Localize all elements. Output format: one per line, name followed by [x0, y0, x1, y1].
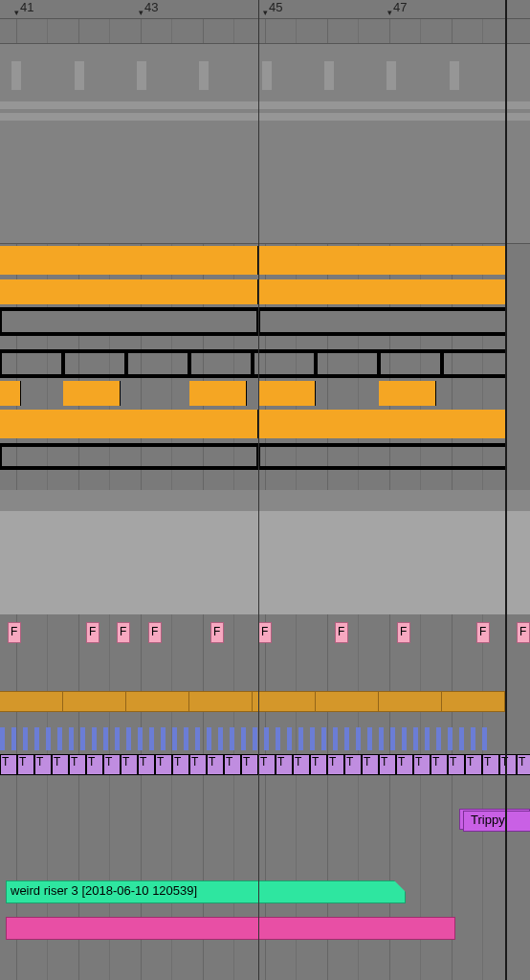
midi-note[interactable] [287, 727, 292, 750]
midi-note[interactable] [57, 727, 62, 750]
midi-note[interactable] [425, 727, 430, 750]
midi-note[interactable] [46, 727, 51, 750]
audio-clip-magenta[interactable] [6, 917, 455, 940]
midi-note[interactable] [379, 727, 384, 750]
audio-clip-t[interactable]: T [224, 754, 241, 775]
midi-note[interactable] [126, 727, 131, 750]
audio-clip-t[interactable]: T [499, 754, 517, 775]
midi-note[interactable] [276, 727, 280, 750]
midi-editor-lane[interactable] [0, 490, 530, 614]
midi-note[interactable] [367, 727, 372, 750]
midi-note[interactable] [161, 727, 166, 750]
audio-clip-f[interactable]: F [117, 622, 130, 643]
audio-clip-f[interactable]: F [258, 622, 272, 643]
midi-clip[interactable] [189, 381, 247, 406]
audio-clip-t[interactable]: T [293, 754, 310, 775]
midi-note[interactable] [310, 727, 315, 750]
audio-clip-t[interactable]: T [276, 754, 293, 775]
audio-clip-t[interactable]: T [103, 754, 121, 775]
midi-note[interactable] [321, 727, 326, 750]
audio-clip-t[interactable]: T [327, 754, 344, 775]
midi-clip[interactable] [258, 381, 316, 406]
audio-clip-f[interactable]: F [397, 622, 410, 643]
midi-clip-row-2[interactable] [0, 279, 507, 304]
audio-clip-t[interactable]: T [379, 754, 396, 775]
midi-note[interactable] [402, 727, 407, 750]
audio-clip-f[interactable]: F [148, 622, 162, 643]
audio-clip-t[interactable]: T [362, 754, 379, 775]
midi-note[interactable] [390, 727, 395, 750]
automation-row-1[interactable] [0, 307, 507, 336]
audio-clip-t[interactable]: T [69, 754, 86, 775]
automation-row-2[interactable] [0, 349, 507, 378]
midi-note[interactable] [471, 727, 475, 750]
midi-clip[interactable] [258, 410, 507, 438]
midi-note[interactable] [138, 727, 143, 750]
audio-clip-t[interactable]: T [482, 754, 499, 775]
audio-clip-t[interactable]: T [138, 754, 155, 775]
audio-clip-t[interactable]: T [17, 754, 34, 775]
midi-note[interactable] [184, 727, 188, 750]
midi-clip[interactable] [0, 246, 258, 275]
audio-clip-t[interactable]: T [431, 754, 448, 775]
audio-clip-f[interactable]: F [517, 622, 530, 643]
audio-clip-t[interactable]: T [344, 754, 362, 775]
midi-note[interactable] [0, 727, 5, 750]
midi-clip[interactable] [258, 279, 507, 304]
audio-clip-t[interactable]: T [155, 754, 172, 775]
midi-note[interactable] [241, 727, 246, 750]
audio-clip-trippy[interactable]: Trippy [459, 809, 530, 830]
midi-note[interactable] [23, 727, 28, 750]
audio-clip-t[interactable]: T [465, 754, 482, 775]
audio-clip-f[interactable]: F [335, 622, 348, 643]
midi-clip[interactable] [0, 381, 21, 406]
automation-segment[interactable] [258, 309, 507, 334]
audio-clip-weird-riser[interactable]: weird riser 3 [2018-06-10 120539] [6, 880, 406, 903]
playhead[interactable] [505, 0, 507, 980]
midi-note[interactable] [459, 727, 464, 750]
midi-note[interactable] [92, 727, 97, 750]
audio-clip-t[interactable]: T [34, 754, 52, 775]
audio-clip-f[interactable]: F [8, 622, 21, 643]
midi-note[interactable] [230, 727, 234, 750]
midi-note[interactable] [207, 727, 211, 750]
audio-clip-f[interactable]: F [86, 622, 99, 643]
midi-note[interactable] [253, 727, 257, 750]
audio-clip-t[interactable]: T [189, 754, 207, 775]
midi-note[interactable] [172, 727, 177, 750]
audio-clip-f[interactable]: F [210, 622, 224, 643]
automation-row-3[interactable] [0, 443, 507, 470]
audio-clip-t[interactable]: T [448, 754, 465, 775]
midi-note[interactable] [356, 727, 361, 750]
midi-clip[interactable] [379, 381, 436, 406]
midi-notes-blue[interactable] [0, 727, 530, 750]
clip-row-t[interactable]: TTTTTTTTTTTTTTTTTTTTTTTTTTTTTTT [0, 754, 530, 775]
midi-note[interactable] [413, 727, 418, 750]
midi-clip[interactable] [0, 410, 258, 438]
arrangement-view[interactable]: F F F F F F F F F F TTTTTTTTTTTTTTTTTTTT… [0, 19, 530, 980]
midi-note[interactable] [149, 727, 154, 750]
midi-note[interactable] [298, 727, 303, 750]
midi-clip-row-3[interactable] [0, 381, 507, 406]
midi-note[interactable] [344, 727, 349, 750]
timeline-ruler[interactable]: ▾41 ▾43 ▾45 ▾47 [0, 0, 530, 19]
audio-track-waveform[interactable] [0, 43, 530, 244]
midi-note[interactable] [218, 727, 223, 750]
midi-note[interactable] [195, 727, 200, 750]
clip-row-f[interactable]: F F F F F F F F F F [0, 622, 530, 643]
midi-clip[interactable] [63, 381, 121, 406]
audio-clip-t[interactable]: T [241, 754, 258, 775]
midi-clip-row-1[interactable] [0, 246, 507, 275]
midi-note[interactable] [69, 727, 74, 750]
audio-clip-t[interactable]: T [52, 754, 69, 775]
midi-clip-row-4[interactable] [0, 410, 507, 438]
midi-note[interactable] [482, 727, 487, 750]
midi-note[interactable] [103, 727, 108, 750]
audio-clip-t[interactable]: T [396, 754, 413, 775]
audio-clip-t[interactable]: T [517, 754, 530, 775]
audio-clip-t[interactable]: T [86, 754, 103, 775]
midi-note[interactable] [11, 727, 16, 750]
audio-clip-t[interactable]: T [121, 754, 138, 775]
midi-note[interactable] [448, 727, 453, 750]
audio-clip-t[interactable]: T [310, 754, 327, 775]
